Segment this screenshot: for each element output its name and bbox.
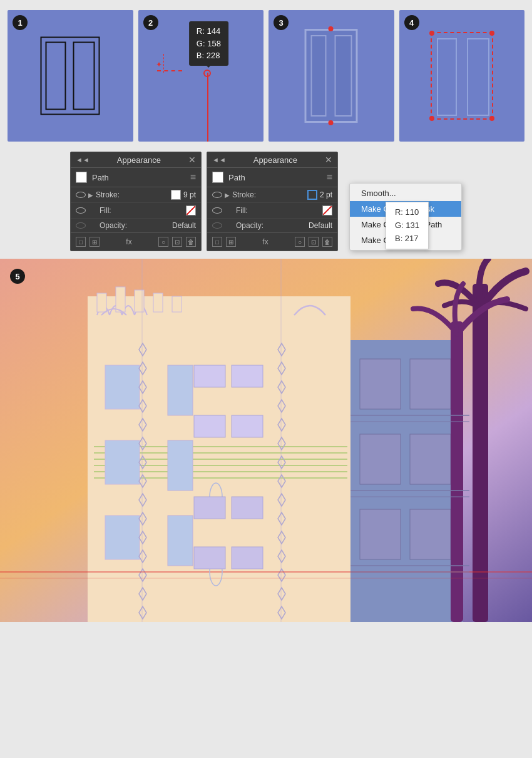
svg-rect-52: [360, 509, 401, 559]
anchor-dot-top: [329, 26, 334, 31]
ap-right-opacity-eye[interactable]: [212, 222, 222, 229]
svg-rect-77: [232, 547, 263, 569]
ap-left-footer-square[interactable]: □: [76, 237, 86, 247]
color-tooltip-top: R: 144 G: 158 B: 228: [189, 21, 228, 66]
ap-right-menu[interactable]: ≡: [327, 172, 332, 183]
context-menu-smooth[interactable]: Smooth...: [350, 185, 461, 201]
ap-left-fx[interactable]: fx: [103, 237, 155, 246]
svg-rect-72: [194, 415, 225, 437]
svg-rect-57: [451, 321, 463, 622]
ap-left-path: Path: [92, 173, 109, 182]
ap-left-opacity-label: Opacity:: [100, 221, 170, 230]
svg-rect-5: [153, 293, 163, 312]
ap-left-opacity-row: Opacity: Default: [71, 219, 201, 232]
svg-rect-49: [168, 516, 193, 566]
svg-rect-76: [194, 547, 225, 569]
anchor-bl: [429, 116, 434, 121]
ap-right-footer: □ ⊞ fx ○ ⊡ 🗑: [207, 232, 337, 251]
ap-left-menu[interactable]: ≡: [190, 172, 196, 183]
ap-left-footer-circle[interactable]: ○: [158, 237, 168, 247]
ap-right-header: ◄◄ Appearance ✕: [207, 152, 337, 168]
ap-left-fill-eye[interactable]: [76, 207, 86, 214]
svg-rect-16: [105, 516, 140, 559]
top-panels-section: 1 2 R: 144 G: 158 B: 228 ✦: [0, 0, 532, 149]
step-badge-5: 5: [10, 269, 25, 284]
ap-right-stroke-row: ▶ Stroke: 2 pt: [207, 187, 337, 203]
ap-left-opacity-eye[interactable]: [76, 222, 86, 229]
ap-right-stroke-swatch[interactable]: [307, 190, 317, 200]
appearance-panel-right: ◄◄ Appearance ✕ Path ≡ ▶ Stroke: 2 pt: [207, 152, 338, 251]
ap-right-fill-label: Fill:: [236, 206, 320, 215]
ap-right-footer-circle[interactable]: ○: [295, 237, 305, 247]
ap-left-title-row: Path ≡: [71, 168, 201, 187]
svg-rect-73: [232, 415, 263, 437]
middle-section: ◄◄ Appearance ✕ Path ≡ ▶ Stroke: 9 pt Fi…: [0, 149, 532, 259]
ap-left-stroke-row: ▶ Stroke: 9 pt: [71, 187, 201, 203]
ap-left-close[interactable]: ✕: [188, 155, 196, 165]
step-badge-1: 1: [13, 15, 28, 30]
ap-right-footer-square[interactable]: □: [212, 237, 222, 247]
ap-right-footer-layers[interactable]: ⊞: [226, 237, 236, 247]
ap-right-arrows[interactable]: ◄◄: [212, 156, 226, 164]
ap-left-footer-copy[interactable]: ⊡: [172, 237, 182, 247]
svg-rect-3: [116, 287, 125, 312]
ap-left-swatch: [76, 172, 87, 183]
anchor-tr: [489, 31, 494, 36]
ap-left-stroke-eye[interactable]: [76, 192, 86, 198]
ap-right-path: Path: [228, 173, 245, 182]
ap-left-fill-row: Fill:: [71, 203, 201, 219]
color-b: B: 217: [395, 232, 419, 246]
ap-right-swatch: [212, 172, 223, 183]
svg-rect-55: [410, 509, 451, 559]
ap-right-close[interactable]: ✕: [325, 155, 332, 165]
building-svg: [0, 259, 532, 622]
ap-right-footer-copy[interactable]: ⊡: [309, 237, 319, 247]
step-badge-3: 3: [274, 15, 289, 30]
anchor-dot-bottom: [329, 120, 334, 125]
ap-left-footer: □ ⊞ fx ○ ⊡ 🗑: [71, 232, 201, 251]
ap-left-footer-trash[interactable]: 🗑: [186, 237, 196, 247]
svg-rect-56: [473, 284, 488, 622]
svg-rect-54: [410, 434, 451, 484]
ap-right-stroke-eye[interactable]: [212, 192, 222, 198]
ap-left-fill-swatch[interactable]: [186, 205, 196, 215]
svg-rect-48: [168, 440, 193, 491]
ap-left-stroke-swatch[interactable]: [171, 190, 181, 200]
panel-3: 3: [269, 10, 394, 142]
svg-rect-6: [172, 296, 182, 312]
svg-rect-51: [360, 434, 401, 484]
ap-right-fill-row: Fill:: [207, 203, 337, 219]
anchor-br: [489, 116, 494, 121]
step-badge-4: 4: [404, 15, 419, 30]
ap-right-stroke-label: Stroke:: [232, 190, 305, 199]
svg-rect-75: [232, 497, 263, 519]
appearance-panel-left: ◄◄ Appearance ✕ Path ≡ ▶ Stroke: 9 pt Fi…: [70, 152, 202, 251]
ap-right-group: ◄◄ Appearance ✕ Path ≡ ▶ Stroke: 2 pt: [207, 152, 338, 251]
ap-left-title: Appearance: [90, 155, 188, 165]
panel1-rectangles: [41, 37, 100, 115]
ap-right-stroke-value: 2 pt: [320, 190, 332, 199]
svg-rect-2: [97, 293, 106, 312]
ap-right-fill-swatch[interactable]: [322, 205, 332, 215]
color-info-box: R: 110 G: 131 B: 217: [386, 202, 429, 249]
ap-right-opacity-value: Default: [309, 221, 332, 230]
ap-left-stroke-value: 9 pt: [183, 190, 196, 199]
panel-1: 1: [8, 10, 133, 142]
svg-rect-14: [105, 365, 140, 409]
step-badge-2: 2: [143, 15, 158, 30]
ap-left-footer-layers[interactable]: ⊞: [90, 237, 100, 247]
ap-right-fill-eye[interactable]: [212, 207, 222, 214]
panel-4: 4: [399, 10, 525, 142]
svg-rect-50: [360, 359, 401, 409]
svg-rect-47: [168, 365, 193, 415]
ap-right-footer-trash[interactable]: 🗑: [322, 237, 332, 247]
svg-rect-74: [194, 497, 225, 519]
ap-left-arrows[interactable]: ◄◄: [76, 156, 90, 164]
svg-rect-71: [232, 365, 263, 387]
svg-rect-4: [135, 290, 144, 312]
color-g: G: 131: [395, 219, 419, 232]
ap-right-fx[interactable]: fx: [240, 237, 291, 246]
ap-right-stroke-expand[interactable]: ▶: [225, 192, 230, 199]
ap-left-stroke-expand[interactable]: ▶: [88, 192, 93, 199]
ap-left-stroke-label: Stroke:: [96, 190, 168, 199]
